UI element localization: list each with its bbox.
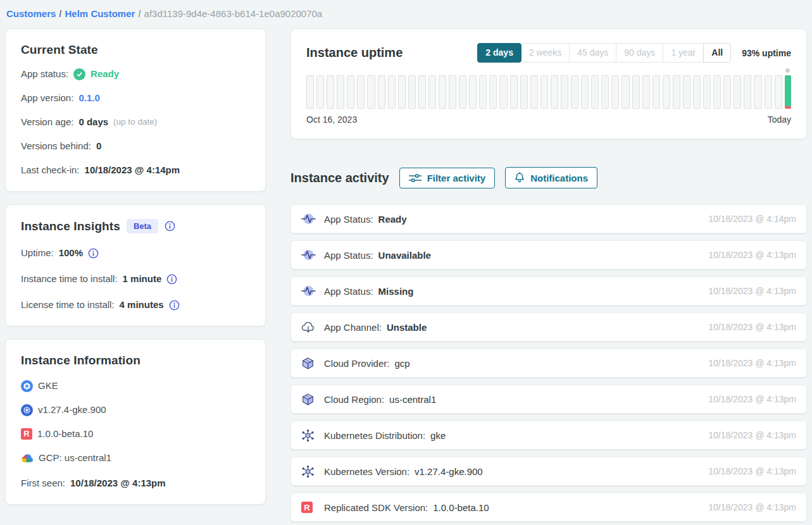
uptime-bar-empty[interactable]: [306, 75, 314, 109]
activity-label: Kubernetes Version:: [324, 466, 409, 477]
uptime-bar-empty[interactable]: [439, 75, 446, 109]
instance-information-card: Instance Information GKE v1.27.4-gke.900…: [5, 339, 266, 505]
uptime-bar-empty[interactable]: [551, 75, 558, 109]
activity-timestamp: 10/18/2023 @ 4:13pm: [708, 250, 796, 260]
version-age-label: Version age:: [21, 115, 73, 129]
activity-row-kubernetes-version[interactable]: Kubernetes Version: v1.27.4-gke.900 10/1…: [290, 457, 807, 486]
kubernetes-nodes-icon: [301, 465, 318, 478]
uptime-bar-empty[interactable]: [683, 75, 690, 109]
uptime-bar-empty[interactable]: [591, 75, 599, 109]
uptime-bar-empty[interactable]: [357, 75, 365, 109]
uptime-bar-empty[interactable]: [449, 75, 456, 109]
app-version-link[interactable]: 0.1.0: [78, 91, 99, 105]
uptime-bar-empty[interactable]: [530, 75, 538, 109]
activity-row-app-status-unavailable[interactable]: App Status: Unavailable 10/18/2023 @ 4:1…: [290, 240, 807, 269]
uptime-bar-empty[interactable]: [581, 75, 589, 109]
activity-row-app-status-ready[interactable]: App Status: Ready 10/18/2023 @ 4:14pm: [290, 204, 807, 233]
instance-install-info-icon[interactable]: [166, 274, 177, 285]
uptime-bar-empty[interactable]: [611, 75, 619, 109]
left-sidebar-column: Current State App status: Ready App vers…: [5, 28, 266, 517]
activity-value: gcp: [394, 358, 409, 369]
insights-info-icon[interactable]: [165, 221, 175, 232]
range-2-days-button[interactable]: 2 days: [477, 43, 522, 63]
uptime-bar-empty[interactable]: [673, 75, 680, 109]
bell-icon: [515, 172, 525, 183]
activity-row-cloud-provider[interactable]: Cloud Provider: gcp 10/18/2023 @ 4:13pm: [290, 349, 807, 378]
activity-value: us-central1: [389, 394, 436, 405]
instance-insights-title: Instance Insights: [21, 219, 120, 233]
uptime-bar-empty[interactable]: [418, 75, 426, 109]
last-checkin-row: Last check-in: 10/18/2023 @ 4:14pm: [21, 163, 250, 177]
uptime-bar-empty[interactable]: [632, 75, 640, 109]
replicated-logo-icon: R: [301, 502, 318, 513]
uptime-bar-empty[interactable]: [744, 75, 751, 109]
uptime-bar-empty[interactable]: [601, 75, 609, 109]
instance-uptime-card: Instance uptime 2 days 2 weeks 45 days 9…: [290, 28, 807, 139]
uptime-info-icon[interactable]: [88, 248, 99, 259]
uptime-bar-empty[interactable]: [479, 75, 487, 109]
instance-install-value: 1 minute: [123, 272, 162, 286]
uptime-bar-empty[interactable]: [499, 75, 507, 109]
instance-insights-card: Instance Insights Beta Uptime: 100% Inst…: [5, 204, 266, 326]
uptime-bar-empty[interactable]: [723, 75, 731, 109]
filter-activity-button[interactable]: Filter activity: [399, 168, 496, 188]
range-90-days-button[interactable]: 90 days: [616, 43, 663, 63]
notifications-button[interactable]: Notifications: [505, 167, 597, 188]
uptime-bar-empty[interactable]: [489, 75, 497, 109]
uptime-bar-empty[interactable]: [408, 75, 416, 109]
app-status-pulse-icon: [301, 213, 318, 225]
uptime-bar-empty[interactable]: [347, 75, 354, 109]
activity-value: gke: [430, 430, 446, 441]
uptime-bar-empty[interactable]: [510, 75, 518, 109]
uptime-bar-today[interactable]: [785, 75, 791, 109]
uptime-percent-summary: 93% uptime: [742, 48, 791, 58]
uptime-bar-empty[interactable]: [540, 75, 548, 109]
instance-install-label: Instance time to install:: [21, 272, 118, 286]
version-age-note: (up to date): [113, 115, 157, 129]
uptime-bar-empty[interactable]: [663, 75, 670, 109]
uptime-bar-empty[interactable]: [459, 75, 466, 109]
instance-activity-title: Instance activity: [290, 171, 389, 185]
uptime-bar-empty[interactable]: [775, 75, 782, 109]
uptime-bar-empty[interactable]: [337, 75, 344, 109]
range-1-year-button[interactable]: 1 year: [663, 43, 704, 63]
uptime-bar-empty[interactable]: [571, 75, 578, 109]
uptime-bar-empty[interactable]: [713, 75, 721, 109]
uptime-bar-empty[interactable]: [754, 75, 761, 109]
activity-label: Replicated SDK Version:: [324, 502, 428, 513]
uptime-bar-empty[interactable]: [428, 75, 436, 109]
uptime-bar-empty[interactable]: [653, 75, 660, 109]
uptime-bar-empty[interactable]: [734, 75, 741, 109]
license-install-info-icon[interactable]: [169, 300, 180, 311]
activity-row-replicated-sdk-version[interactable]: R Replicated SDK Version: 1.0.0-beta.10 …: [290, 493, 807, 522]
range-45-days-button[interactable]: 45 days: [569, 43, 616, 63]
ready-check-icon: [73, 68, 85, 80]
range-all-button[interactable]: All: [703, 43, 731, 63]
kubernetes-version-row: v1.27.4-gke.900: [21, 403, 250, 417]
uptime-bar-empty[interactable]: [693, 75, 701, 109]
uptime-bar-empty[interactable]: [703, 75, 711, 109]
activity-timestamp: 10/18/2023 @ 4:14pm: [708, 214, 796, 224]
activity-row-app-status-missing[interactable]: App Status: Missing 10/18/2023 @ 4:13pm: [290, 276, 807, 306]
uptime-bar-empty[interactable]: [469, 75, 477, 109]
uptime-bar-empty[interactable]: [316, 75, 324, 109]
uptime-bar-empty[interactable]: [398, 75, 406, 109]
app-version-label: App version:: [21, 91, 73, 105]
uptime-bar-empty[interactable]: [765, 75, 772, 109]
uptime-bar-empty[interactable]: [561, 75, 568, 109]
breadcrumb-customers-link[interactable]: Customers: [6, 8, 56, 19]
beta-badge: Beta: [127, 219, 158, 233]
range-2-weeks-button[interactable]: 2 weeks: [521, 43, 570, 63]
breadcrumb-customer-link[interactable]: Helm Customer: [65, 8, 135, 19]
uptime-bar-empty[interactable]: [621, 75, 629, 109]
activity-row-kubernetes-distribution[interactable]: Kubernetes Distribution: gke 10/18/2023 …: [290, 421, 807, 450]
uptime-bar-empty[interactable]: [367, 75, 375, 109]
uptime-bar-empty[interactable]: [327, 75, 334, 109]
uptime-bar-empty[interactable]: [642, 75, 650, 109]
activity-row-cloud-region[interactable]: Cloud Region: us-central1 10/18/2023 @ 4…: [290, 385, 807, 414]
uptime-bar-empty[interactable]: [378, 75, 385, 109]
uptime-bar-empty[interactable]: [520, 75, 528, 109]
breadcrumb-separator: /: [59, 8, 61, 19]
activity-row-app-channel[interactable]: App Channel: Unstable 10/18/2023 @ 4:13p…: [290, 312, 807, 342]
uptime-bar-empty[interactable]: [388, 75, 396, 109]
